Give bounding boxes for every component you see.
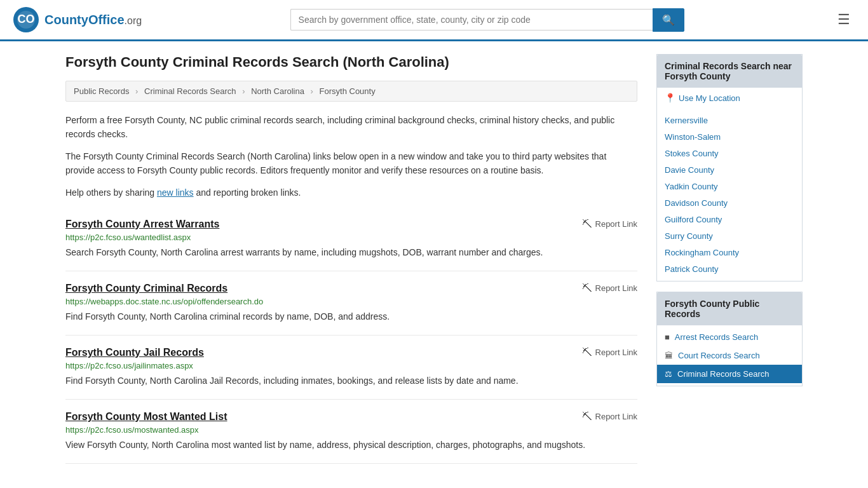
breadcrumb-public-records[interactable]: Public Records <box>74 86 129 96</box>
nearby-link-9[interactable]: Patrick County <box>657 261 802 277</box>
logo-area: CO CountyOffice.org <box>13 6 142 33</box>
record-url-3[interactable]: https://p2c.fcso.us/mostwanted.aspx <box>65 425 637 435</box>
nearby-link-2[interactable]: Stokes County <box>657 145 802 161</box>
nearby-section-title: Criminal Records Search near Forsyth Cou… <box>657 55 802 88</box>
main-wrapper: Forsyth County Criminal Records Search (… <box>53 41 815 477</box>
public-records-list: ■ Arrest Records Search 🏛 Court Records … <box>657 325 802 386</box>
search-button[interactable]: 🔍 <box>653 8 684 32</box>
breadcrumb-north-carolina[interactable]: North Carolina <box>251 86 304 96</box>
page-title: Forsyth County Criminal Records Search (… <box>65 54 637 71</box>
public-record-0[interactable]: ■ Arrest Records Search <box>657 328 802 346</box>
report-label-0: Report Link <box>595 219 637 229</box>
records-list: Forsyth County Arrest Warrants ⛏ Report … <box>65 207 637 464</box>
location-pin-icon: 📍 <box>665 93 675 103</box>
nearby-section: Criminal Records Search near Forsyth Cou… <box>656 54 803 281</box>
record-title-0[interactable]: Forsyth County Arrest Warrants <box>65 219 219 230</box>
description-para3: Help others by sharing new links and rep… <box>65 186 637 200</box>
report-link-2[interactable]: ⛏ Report Link <box>582 347 637 358</box>
breadcrumb-sep-1: › <box>135 86 138 96</box>
record-entry-1: Forsyth County Criminal Records ⛏ Report… <box>65 271 637 336</box>
description-para1: Perform a free Forsyth County, NC public… <box>65 113 637 142</box>
record-desc-1: Find Forsyth County, North Carolina crim… <box>65 310 637 323</box>
report-icon-1: ⛏ <box>582 283 592 294</box>
record-title-1[interactable]: Forsyth County Criminal Records <box>65 283 227 294</box>
new-links-link[interactable]: new links <box>157 187 194 198</box>
search-icon: 🔍 <box>662 15 675 25</box>
content-area: Forsyth County Criminal Records Search (… <box>65 54 637 464</box>
breadcrumb-sep-2: › <box>242 86 245 96</box>
record-entry-3: Forsyth County Most Wanted List ⛏ Report… <box>65 400 637 464</box>
search-area: 🔍 <box>290 8 684 32</box>
search-input[interactable] <box>290 9 653 30</box>
court-records-link[interactable]: Court Records Search <box>678 351 760 360</box>
menu-button[interactable]: ☰ <box>832 9 855 30</box>
logo-text: CountyOffice.org <box>44 13 142 27</box>
use-my-location-item[interactable]: 📍 Use My Location <box>657 88 802 108</box>
public-record-2[interactable]: ⚖ Criminal Records Search <box>657 365 802 383</box>
breadcrumb: Public Records › Criminal Records Search… <box>65 81 637 102</box>
breadcrumb-forsyth-county[interactable]: Forsyth County <box>320 86 376 96</box>
record-url-2[interactable]: https://p2c.fcso.us/jailinmates.aspx <box>65 361 637 370</box>
use-my-location-link[interactable]: Use My Location <box>679 93 740 103</box>
nearby-link-0[interactable]: Kernersville <box>657 112 802 128</box>
logo-suffix: .org <box>125 15 142 26</box>
nearby-link-8[interactable]: Rockingham County <box>657 244 802 261</box>
breadcrumb-sep-3: › <box>311 86 313 96</box>
nearby-link-6[interactable]: Guilford County <box>657 211 802 227</box>
record-entry-2: Forsyth County Jail Records ⛏ Report Lin… <box>65 336 637 400</box>
record-desc-3: View Forsyth County, North Carolina most… <box>65 438 637 452</box>
report-label-3: Report Link <box>595 412 637 421</box>
record-header-2: Forsyth County Jail Records ⛏ Report Lin… <box>65 347 637 358</box>
nearby-link-5[interactable]: Davidson County <box>657 194 802 211</box>
logo-icon: CO <box>13 6 39 33</box>
record-desc-0: Search Forsyth County, North Carolina ar… <box>65 246 637 259</box>
record-header-1: Forsyth County Criminal Records ⛏ Report… <box>65 283 637 294</box>
record-entry-0: Forsyth County Arrest Warrants ⛏ Report … <box>65 207 637 271</box>
record-title-3[interactable]: Forsyth County Most Wanted List <box>65 411 227 423</box>
report-link-3[interactable]: ⛏ Report Link <box>582 411 637 423</box>
nearby-link-3[interactable]: Davie County <box>657 161 802 178</box>
criminal-records-link[interactable]: Criminal Records Search <box>677 369 770 379</box>
public-record-1[interactable]: 🏛 Court Records Search <box>657 346 802 365</box>
public-records-section: Forsyth County Public Records ■ Arrest R… <box>656 292 803 386</box>
record-header-0: Forsyth County Arrest Warrants ⛏ Report … <box>65 219 637 230</box>
breadcrumb-criminal-records-search[interactable]: Criminal Records Search <box>144 86 236 96</box>
nearby-link-7[interactable]: Surry County <box>657 227 802 244</box>
sidebar: Criminal Records Search near Forsyth Cou… <box>656 54 803 464</box>
report-label-2: Report Link <box>595 348 637 357</box>
record-title-2[interactable]: Forsyth County Jail Records <box>65 347 204 358</box>
svg-text:CO: CO <box>18 13 35 25</box>
public-records-title: Forsyth County Public Records <box>657 292 802 325</box>
court-icon: 🏛 <box>665 351 673 360</box>
hamburger-icon: ☰ <box>837 11 850 27</box>
report-icon-0: ⛏ <box>582 219 592 230</box>
report-icon-3: ⛏ <box>582 411 592 423</box>
para3-suffix: and reporting broken links. <box>194 187 301 198</box>
record-url-0[interactable]: https://p2c.fcso.us/wantedlist.aspx <box>65 233 637 242</box>
header: CO CountyOffice.org 🔍 ☰ <box>0 0 868 41</box>
nearby-links-list: Kernersville Winston-Salem Stokes County… <box>657 108 802 281</box>
nearby-link-4[interactable]: Yadkin County <box>657 178 802 194</box>
report-link-0[interactable]: ⛏ Report Link <box>582 219 637 230</box>
record-url-1[interactable]: https://webapps.doc.state.nc.us/opi/offe… <box>65 297 637 306</box>
report-link-1[interactable]: ⛏ Report Link <box>582 283 637 294</box>
description-para2: The Forsyth County Criminal Records Sear… <box>65 149 637 178</box>
arrest-records-link[interactable]: Arrest Records Search <box>675 332 759 342</box>
report-label-1: Report Link <box>595 283 637 293</box>
arrest-icon: ■ <box>665 332 670 342</box>
para3-prefix: Help others by sharing <box>65 187 157 198</box>
criminal-icon: ⚖ <box>665 369 672 379</box>
nearby-link-1[interactable]: Winston-Salem <box>657 128 802 145</box>
record-header-3: Forsyth County Most Wanted List ⛏ Report… <box>65 411 637 423</box>
report-icon-2: ⛏ <box>582 347 592 358</box>
record-desc-2: Find Forsyth County, North Carolina Jail… <box>65 374 637 388</box>
